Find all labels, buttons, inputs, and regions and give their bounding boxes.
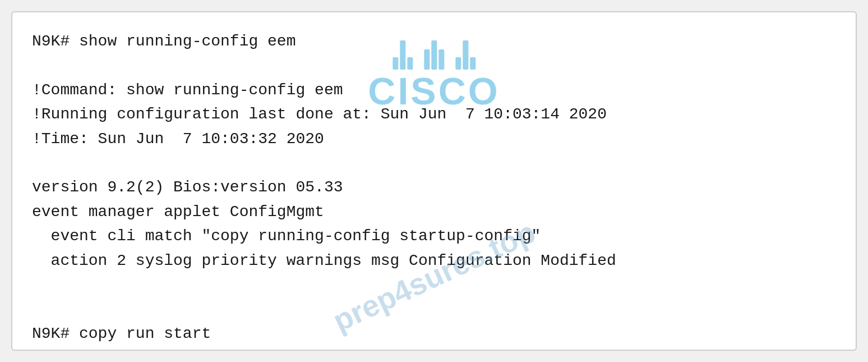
terminal-output: N9K# show running-config eem !Command: s…	[32, 29, 836, 351]
terminal-window: CISCO prep4sures.top N9K# show running-c…	[11, 11, 857, 351]
